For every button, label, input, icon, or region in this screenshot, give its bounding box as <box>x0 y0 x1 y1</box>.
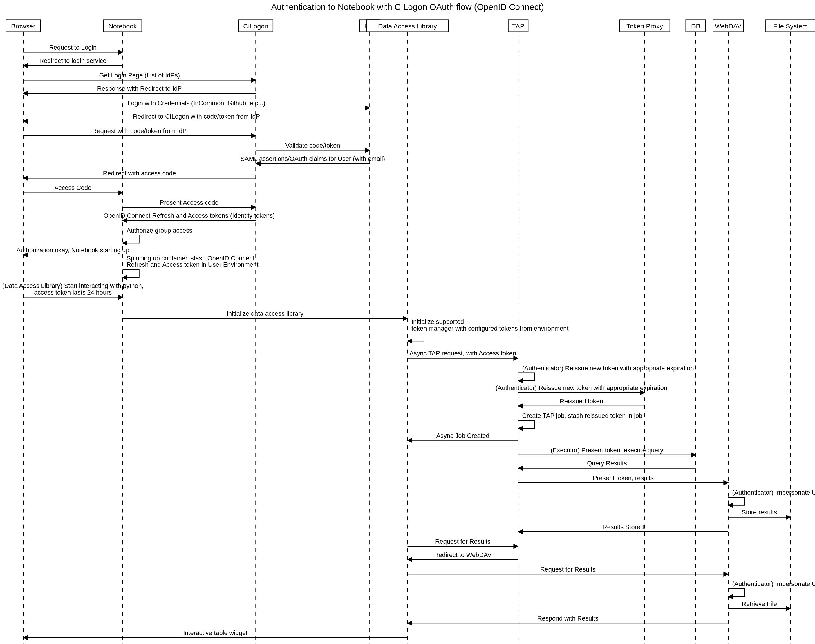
message-26-label: Query Results <box>587 460 627 467</box>
message-28-arrow <box>728 497 745 505</box>
message-16-label-0: (Data Access Library) Start interacting … <box>2 282 144 289</box>
message-4-label: Login with Credentials (InCommon, Github… <box>128 100 266 107</box>
participant-label-notebook: Notebook <box>109 22 137 30</box>
message-7-label: Validate code/token <box>285 142 340 149</box>
message-2-label: Get Login Page (List of IdPs) <box>99 72 180 79</box>
message-35-label: Retrieve File <box>741 600 777 607</box>
message-25-label: (Executor) Present token, execute query <box>551 446 663 454</box>
participant-label-db: DB <box>691 22 700 30</box>
message-9-label: Redirect with access code <box>103 170 176 177</box>
message-15-label-1: Refresh and Access token in User Environ… <box>126 261 258 268</box>
message-19-label: Async TAP request, with Access token <box>409 350 516 357</box>
message-24-label: Async Job Created <box>437 432 489 439</box>
sequence-diagram: Authentication to Notebook with CILogon … <box>0 0 815 644</box>
message-36-label: Respond with Results <box>537 615 598 622</box>
message-21-label: (Authenticator) Reissue new token with a… <box>495 384 667 391</box>
message-12-label: OpenID Connect Refresh and Access tokens… <box>104 212 275 219</box>
message-14-label: Authorization okay, Notebook starting up <box>17 247 129 254</box>
message-37-label: Interactive table widget <box>183 629 248 636</box>
message-18-label-1: token manager with configured tokens fro… <box>411 325 568 332</box>
participant-label-browser: Browser <box>11 22 35 30</box>
message-15-label-0: Spinning up container, stash OpenID Conn… <box>126 255 254 262</box>
message-23-arrow <box>518 420 535 428</box>
diagram-title: Authentication to Notebook with CILogon … <box>271 2 544 12</box>
message-34-arrow <box>728 589 745 596</box>
message-10-label: Access Code <box>54 184 91 192</box>
participant-label-tap: TAP <box>512 22 524 30</box>
participant-label-tokenproxy: Token Proxy <box>626 22 663 30</box>
participant-label-dal: Data Access Library <box>378 22 437 30</box>
participant-label-webdav: WebDAV <box>715 22 742 30</box>
message-15-arrow <box>122 269 139 277</box>
message-23-label: Create TAP job, stash reissued token in … <box>522 412 643 419</box>
message-17-label: Initialize data access library <box>227 310 303 317</box>
message-5-label: Redirect to CILogon with code/token from… <box>133 113 260 120</box>
message-33-label: Request for Results <box>540 566 596 573</box>
message-20-label: (Authenticator) Reissue new token with a… <box>522 365 694 372</box>
message-1-label: Redirect to login service <box>39 57 106 64</box>
participant-label-fs: File System <box>773 22 808 30</box>
message-13-arrow <box>122 235 139 243</box>
message-20-arrow <box>518 373 535 381</box>
message-8-label: SAML assertions/OAuth claims for User (w… <box>240 155 385 163</box>
message-31-label: Request for Results <box>435 538 491 545</box>
message-22-label: Reissued token <box>560 397 603 405</box>
message-28-label: (Authenticator) Impersonate User <box>732 489 815 496</box>
participant-label-cilogon: CILogon <box>243 22 268 30</box>
message-29-label: Store results <box>741 509 777 516</box>
message-11-label: Present Access code <box>160 199 219 206</box>
message-27-label: Present token, results <box>593 474 654 481</box>
message-13-label: Authorize group access <box>126 227 192 234</box>
message-34-label: (Authenticator) Impersonate User <box>732 580 815 587</box>
message-6-label: Request with code/token from IdP <box>92 127 186 135</box>
message-3-label: Response with Redirect to IdP <box>97 85 182 92</box>
message-32-label: Redirect to WebDAV <box>434 551 492 558</box>
message-18-arrow <box>408 333 424 341</box>
message-30-label: Results Stored <box>603 523 644 531</box>
message-0-label: Request to Login <box>49 44 97 51</box>
message-18-label-0: Initialize supported <box>411 318 464 325</box>
message-16-label-1: access token lasts 24 hours <box>34 289 112 296</box>
